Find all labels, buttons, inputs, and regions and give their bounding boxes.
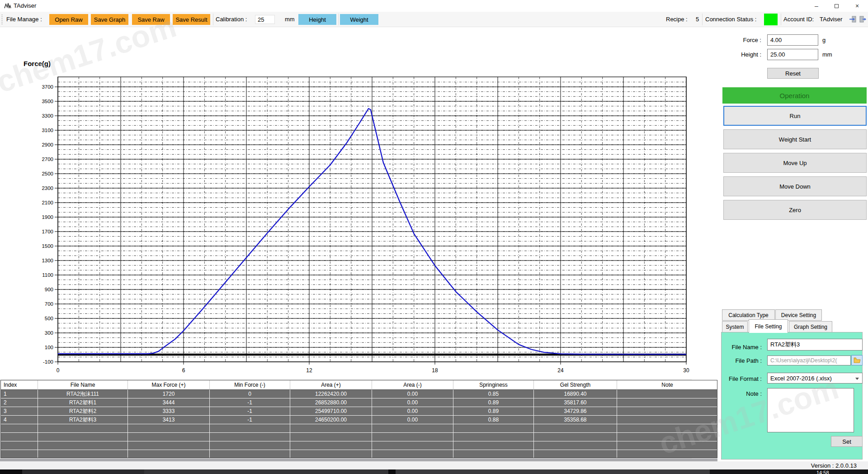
table-cell[interactable]: 1720 (128, 390, 210, 398)
table-cell[interactable]: RTA2塑料2 (38, 407, 128, 416)
table-cell[interactable]: -1 (210, 398, 290, 407)
column-header[interactable]: Area (+) (290, 380, 372, 390)
close-button[interactable]: × (849, 0, 865, 12)
table-cell[interactable]: -1 (210, 407, 290, 416)
table-cell[interactable] (372, 441, 453, 450)
table-cell[interactable]: 34729.86 (534, 407, 617, 416)
table-cell[interactable] (372, 450, 453, 458)
table-cell[interactable]: 35358.68 (534, 416, 617, 424)
table-cell[interactable]: 35817.60 (534, 398, 617, 407)
table-cell[interactable]: 4 (1, 416, 38, 424)
column-header[interactable]: Springiness (453, 380, 534, 390)
browse-folder-button[interactable] (851, 355, 863, 365)
table-cell[interactable] (290, 424, 372, 433)
run-button[interactable]: Run (723, 106, 867, 126)
table-cell[interactable] (210, 433, 290, 441)
logout-icon[interactable] (859, 15, 867, 23)
table-cell[interactable]: 0.85 (453, 390, 534, 398)
table-cell[interactable] (453, 424, 534, 433)
table-cell[interactable]: 3444 (128, 398, 210, 407)
set-button[interactable]: Set (831, 436, 863, 447)
table-cell[interactable] (1, 424, 38, 433)
table-cell[interactable] (617, 398, 717, 407)
table-cell[interactable]: RTA2泡沫111 (38, 390, 128, 398)
zero-button[interactable]: Zero (723, 200, 867, 220)
table-cell[interactable] (372, 433, 453, 441)
table-cell[interactable] (534, 441, 617, 450)
table-cell[interactable] (210, 450, 290, 458)
table-cell[interactable] (128, 450, 210, 458)
table-cell[interactable] (290, 441, 372, 450)
table-cell[interactable] (1, 441, 38, 450)
maximize-button[interactable] (829, 0, 844, 12)
save-result-button[interactable]: Save Result (173, 14, 210, 25)
table-cell[interactable]: RTA2塑料3 (38, 416, 128, 424)
weight-mode-button[interactable]: Weight (340, 14, 378, 25)
table-cell[interactable]: -1 (210, 416, 290, 424)
table-cell[interactable] (38, 450, 128, 458)
move-up-button[interactable]: Move Up (723, 153, 867, 173)
results-table[interactable]: IndexFile NameMax Force (+)Min Force (-)… (0, 380, 717, 458)
table-cell[interactable]: 0.89 (453, 407, 534, 416)
table-cell[interactable] (617, 424, 717, 433)
table-cell[interactable]: 0.00 (372, 416, 453, 424)
table-cell[interactable]: 25499710.00 (290, 407, 372, 416)
file-path-input[interactable] (767, 356, 851, 365)
column-header[interactable]: Max Force (+) (128, 380, 210, 390)
column-header[interactable]: Min Force (-) (210, 380, 290, 390)
table-cell[interactable] (617, 450, 717, 458)
table-cell[interactable] (617, 416, 717, 424)
file-format-select[interactable]: Excel 2007-2016 (.xlsx) (767, 373, 863, 384)
login-icon[interactable] (849, 15, 857, 23)
table-cell[interactable]: 3 (1, 407, 38, 416)
table-cell[interactable]: 1 (1, 390, 38, 398)
note-textarea[interactable] (767, 388, 854, 432)
table-cell[interactable]: 3333 (128, 407, 210, 416)
table-cell[interactable] (617, 441, 717, 450)
minimize-button[interactable]: – (809, 0, 824, 12)
calibration-input[interactable] (255, 15, 275, 24)
table-cell[interactable]: 24650200.00 (290, 416, 372, 424)
open-raw-button[interactable]: Open Raw (49, 14, 88, 25)
table-cell[interactable]: 0 (210, 390, 290, 398)
table-cell[interactable] (617, 407, 717, 416)
table-cell[interactable] (210, 441, 290, 450)
table-cell[interactable]: 0.00 (372, 390, 453, 398)
table-cell[interactable]: 12262420.00 (290, 390, 372, 398)
force-input[interactable] (767, 34, 818, 46)
table-cell[interactable]: 0.89 (453, 398, 534, 407)
table-cell[interactable] (210, 424, 290, 433)
column-header[interactable]: Note (617, 380, 717, 390)
table-cell[interactable]: 2 (1, 398, 38, 407)
table-cell[interactable]: 26852880.00 (290, 398, 372, 407)
move-down-button[interactable]: Move Down (723, 176, 867, 196)
table-cell[interactable] (38, 424, 128, 433)
weight-start-button[interactable]: Weight Start (723, 129, 867, 149)
table-cell[interactable]: 0.00 (372, 398, 453, 407)
table-cell[interactable] (534, 433, 617, 441)
table-cell[interactable] (290, 450, 372, 458)
table-cell[interactable] (1, 433, 38, 441)
table-cell[interactable]: 0.00 (372, 407, 453, 416)
tab-graph-setting[interactable]: Graph Setting (789, 321, 832, 333)
save-graph-button[interactable]: Save Graph (91, 14, 128, 25)
save-raw-button[interactable]: Save Raw (132, 14, 170, 25)
table-cell[interactable] (128, 433, 210, 441)
table-cell[interactable]: RTA2塑料1 (38, 398, 128, 407)
column-header[interactable]: File Name (38, 380, 128, 390)
column-header[interactable]: Index (1, 380, 38, 390)
file-name-input[interactable] (767, 339, 863, 351)
table-cell[interactable]: 3413 (128, 416, 210, 424)
tab-system[interactable]: System (722, 321, 748, 333)
column-header[interactable]: Area (-) (372, 380, 453, 390)
height-mode-button[interactable]: Height (298, 14, 336, 25)
table-cell[interactable] (290, 433, 372, 441)
table-cell[interactable]: 0.88 (453, 416, 534, 424)
reset-button[interactable]: Reset (767, 68, 819, 79)
table-cell[interactable]: 16890.40 (534, 390, 617, 398)
column-header[interactable]: Gel Strength (534, 380, 617, 390)
table-cell[interactable] (1, 450, 38, 458)
table-cell[interactable] (453, 441, 534, 450)
table-cell[interactable] (617, 390, 717, 398)
table-cell[interactable] (534, 424, 617, 433)
